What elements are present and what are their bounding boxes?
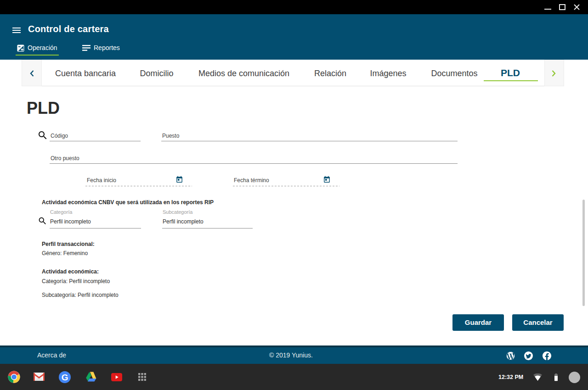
svg-text:G: G — [62, 373, 68, 382]
